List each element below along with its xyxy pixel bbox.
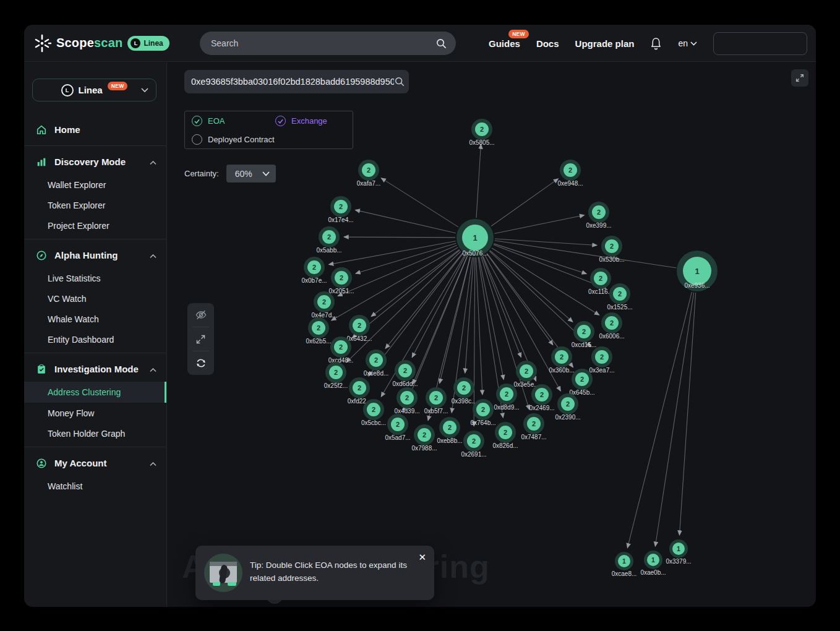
graph-node[interactable]: 10xcae8... [612,552,637,577]
graph-node[interactable]: 20x1525... [607,283,632,311]
node-address-label: 0x2390... [555,414,580,421]
sidebar-item-wallet-explorer[interactable]: Wallet Explorer [24,174,166,195]
graph-node[interactable]: 20x398c... [452,377,477,405]
sidebar-section-alpha-hunting[interactable]: Alpha Hunting [24,243,166,268]
close-icon[interactable]: ✕ [418,552,426,563]
chevron-up-icon [150,458,156,469]
node-address-label: 0x17e4... [328,217,353,223]
sidebar-item-entity-dashboard[interactable]: Entity Dashboard [24,329,166,350]
network-selector[interactable]: L Linea NEW [32,79,156,101]
svg-text:2: 2 [600,353,604,361]
graph-node[interactable]: 20x4e7d... [311,291,336,319]
svg-text:2: 2 [597,208,601,216]
exchange-check-icon [275,116,286,126]
graph-node[interactable]: 20x826d... [492,422,518,449]
graph-node[interactable]: 20x3ea7... [589,346,614,374]
certainty-dropdown[interactable]: 60% [226,165,276,182]
sidebar-item-address-clustering[interactable]: Address Clustering [24,382,166,403]
sidebar-item-vc-watch[interactable]: VC Watch [24,288,166,309]
tip-illustration [204,554,242,592]
graph-node[interactable]: 20x360b... [549,346,574,374]
language-selector[interactable]: en [678,38,697,48]
node-address-label: 0x3379... [666,558,691,565]
svg-text:2: 2 [339,203,343,210]
svg-text:2: 2 [599,275,602,282]
sidebar-nav: Home Discovery Mode Wallet Explorer Toke… [24,117,166,496]
global-search[interactable]: Search [200,32,456,55]
sidebar-section-my-account[interactable]: My Account [24,450,166,476]
graph-node[interactable]: 10xe936... [677,251,718,291]
sidebar-item-money-flow[interactable]: Money Flow [24,403,166,423]
tip-tooltip: Tip: Double Click EOA nodes to expand it… [195,546,434,600]
graph-node[interactable]: 20x2390... [555,393,580,421]
graph-node[interactable]: 20x7988... [411,424,437,452]
legend-eoa[interactable]: EOA [192,116,225,126]
graph-node[interactable]: 20xcd15... [572,321,597,348]
guides-link[interactable]: Guides NEW [489,38,520,49]
graph-node[interactable]: 20xe948... [557,160,583,187]
graph-node[interactable]: 20x17e4... [328,196,353,223]
graph-node[interactable]: 20xc116... [588,268,613,295]
chevron-down-icon [690,41,697,46]
graph-node[interactable]: 10x3379... [666,539,691,565]
legend-deployed-contract[interactable]: Deployed Contract [192,134,275,145]
svg-text:2: 2 [568,166,572,174]
header-action-button[interactable] [713,32,807,55]
sidebar-item-watchlist[interactable]: Watchlist [24,476,166,496]
graph-node[interactable]: 20x2469... [529,384,554,411]
graph-node[interactable]: 20xafa7... [357,160,380,187]
graph-node[interactable]: 20x6006... [599,312,624,340]
graph-node[interactable]: 20xeb8b... [437,417,462,444]
guides-new-badge: NEW [508,30,529,38]
sidebar-item-live-statistics[interactable]: Live Statistics [24,268,166,288]
graph-node[interactable]: 10xae0b... [640,551,666,576]
search-icon[interactable] [394,76,405,87]
graph-node[interactable]: 20x25f2... [324,362,348,389]
certainty-label: Certainty: [184,169,219,178]
graph-node[interactable]: 20x4d39... [394,387,419,414]
sidebar-item-project-explorer[interactable]: Project Explorer [24,215,166,236]
sidebar-section-investigation-mode[interactable]: Investigation Mode [24,356,166,382]
node-address-label: 0x530b... [599,256,624,263]
graph-node[interactable]: 20x530b... [599,236,624,263]
graph-node[interactable]: 20xfd22... [348,377,371,405]
node-address-label: 0xb5f7... [424,408,448,414]
node-address-label: 0x2051... [328,288,354,294]
graph-node[interactable]: 20x5abb... [316,226,341,254]
graph-node[interactable]: 20x7487... [521,413,546,440]
graph-node[interactable]: 20x2051... [328,267,354,294]
graph-node[interactable]: 20x2691... [461,431,486,458]
node-address-label: 0xcd15... [572,341,597,348]
fit-view-button[interactable] [187,327,214,351]
graph-node[interactable]: 20x5805... [469,119,494,146]
refresh-button[interactable] [187,351,214,375]
sidebar-item-token-explorer[interactable]: Token Explorer [24,195,166,215]
graph-node[interactable]: 20xb5f7... [424,387,448,414]
hide-labels-button[interactable] [187,303,214,327]
svg-text:2: 2 [610,319,614,327]
sidebar-item-whale-watch[interactable]: Whale Watch [24,309,166,329]
graph-node[interactable]: 20x0b7e... [301,257,327,284]
graph-node[interactable]: 20xe399... [586,202,611,229]
graph-node[interactable]: 20x62b5... [306,317,331,345]
graph-node[interactable]: 10x5076... [456,219,494,257]
graph-node[interactable]: 20x6432... [346,315,372,342]
graph-node[interactable]: 20x3e5e... [513,361,539,388]
sidebar-item-token-holder-graph[interactable]: Token Holder Graph [24,423,166,444]
account-icon [35,457,48,470]
node-address-label: 0x3ea7... [589,367,614,374]
graph-canvas[interactable]: Address Clustering 10x5076...10xe936...2… [167,62,816,607]
graph-node[interactable]: 20xce8d... [364,350,389,377]
svg-text:2: 2 [472,437,476,445]
graph-node[interactable]: 20xd6dd... [392,360,418,387]
node-address-label: 0x25f2... [324,382,348,389]
sidebar-item-home[interactable]: Home [24,117,166,142]
sidebar-section-discovery-mode[interactable]: Discovery Mode [24,149,166,174]
upgrade-plan-link[interactable]: Upgrade plan [575,38,635,49]
fullscreen-button[interactable] [791,69,808,87]
address-search-input[interactable]: 0xe93685f3bba03016f02bd1828badd6195988d9… [184,70,409,93]
docs-link[interactable]: Docs [536,38,559,49]
graph-node[interactable]: 20x5ad7... [385,414,410,441]
legend-exchange[interactable]: Exchange [275,116,327,126]
notifications-bell-icon[interactable] [650,37,662,50]
